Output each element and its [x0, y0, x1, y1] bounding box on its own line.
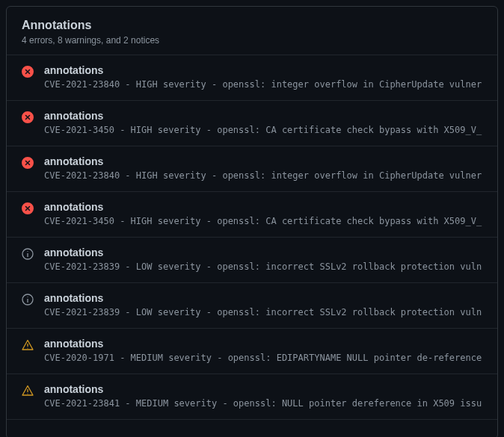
- annotation-description: CVE-2021-23839 - LOW severity - openssl:…: [44, 307, 482, 317]
- annotation-content: annotationsCVE-2021-23839 - LOW severity…: [44, 247, 482, 272]
- annotation-item[interactable]: annotationsCVE-2021-23840 - HIGH severit…: [7, 55, 497, 101]
- annotation-description: CVE-2020-1971 - MEDIUM severity - openss…: [44, 353, 482, 363]
- annotation-item[interactable]: annotationsCVE-2021-23839 - LOW severity…: [7, 238, 497, 283]
- error-circle-icon: [22, 157, 34, 169]
- annotation-title: annotations: [44, 292, 482, 304]
- annotation-content: annotationsCVE-2021-23840 - HIGH severit…: [44, 155, 482, 181]
- annotation-title: annotations: [44, 64, 482, 76]
- info-circle-icon: [22, 248, 34, 260]
- annotation-title: annotations: [44, 383, 482, 395]
- annotation-description: CVE-2021-23841 - MEDIUM severity - opens…: [44, 398, 482, 409]
- annotation-title: annotations: [44, 110, 482, 122]
- annotation-item[interactable]: annotationsCVE-2021-23840 - HIGH severit…: [7, 146, 497, 192]
- svg-point-7: [27, 347, 28, 348]
- annotations-summary: 4 errors, 8 warnings, and 2 notices: [22, 35, 482, 46]
- annotation-content: annotationsCVE-2021-23839 - LOW severity…: [44, 292, 482, 317]
- annotation-content: annotationsCVE-2021-23841 - MEDIUM sever…: [44, 383, 482, 409]
- annotation-item[interactable]: annotationsCVE-2021-3450 - HIGH severity…: [7, 101, 497, 146]
- annotation-description: CVE-2021-23839 - LOW severity - openssl:…: [44, 261, 482, 272]
- annotation-title: annotations: [44, 338, 482, 350]
- error-circle-icon: [22, 66, 34, 78]
- annotation-description: CVE-2021-3450 - HIGH severity - openssl:…: [44, 125, 482, 135]
- annotation-title: annotations: [44, 155, 482, 167]
- annotation-item[interactable]: annotationsCVE-2021-23839 - LOW severity…: [7, 283, 497, 329]
- annotations-header: Annotations 4 errors, 8 warnings, and 2 …: [7, 7, 497, 55]
- annotation-item[interactable]: annotationsCVE-2020-1971 - MEDIUM severi…: [7, 329, 497, 374]
- info-circle-icon: [22, 294, 34, 306]
- annotation-description: CVE-2021-23840 - HIGH severity - openssl…: [44, 170, 482, 181]
- annotation-title: annotations: [44, 247, 482, 258]
- annotations-title: Annotations: [22, 19, 482, 32]
- svg-point-9: [27, 393, 28, 394]
- error-circle-icon: [22, 202, 34, 214]
- annotation-item[interactable]: annotationsCVE-2021-3450 - HIGH severity…: [7, 192, 497, 238]
- svg-point-5: [27, 297, 28, 297]
- annotation-content: annotationsCVE-2021-23840 - HIGH severit…: [44, 64, 482, 90]
- warning-triangle-icon: [22, 385, 34, 397]
- svg-point-2: [27, 251, 28, 252]
- annotation-content: annotationsCVE-2021-3450 - HIGH severity…: [44, 110, 482, 135]
- annotation-title: annotations: [44, 201, 482, 213]
- annotations-list: annotationsCVE-2021-23840 - HIGH severit…: [7, 55, 497, 420]
- annotations-panel: Annotations 4 errors, 8 warnings, and 2 …: [6, 6, 498, 437]
- warning-triangle-icon: [22, 339, 34, 351]
- annotation-description: CVE-2021-3450 - HIGH severity - openssl:…: [44, 216, 482, 226]
- annotation-item[interactable]: annotationsCVE-2021-23841 - MEDIUM sever…: [7, 374, 497, 420]
- annotation-content: annotationsCVE-2021-3450 - HIGH severity…: [44, 201, 482, 226]
- error-circle-icon: [22, 111, 34, 123]
- annotation-content: annotationsCVE-2020-1971 - MEDIUM severi…: [44, 338, 482, 363]
- annotation-description: CVE-2021-23840 - HIGH severity - openssl…: [44, 79, 482, 90]
